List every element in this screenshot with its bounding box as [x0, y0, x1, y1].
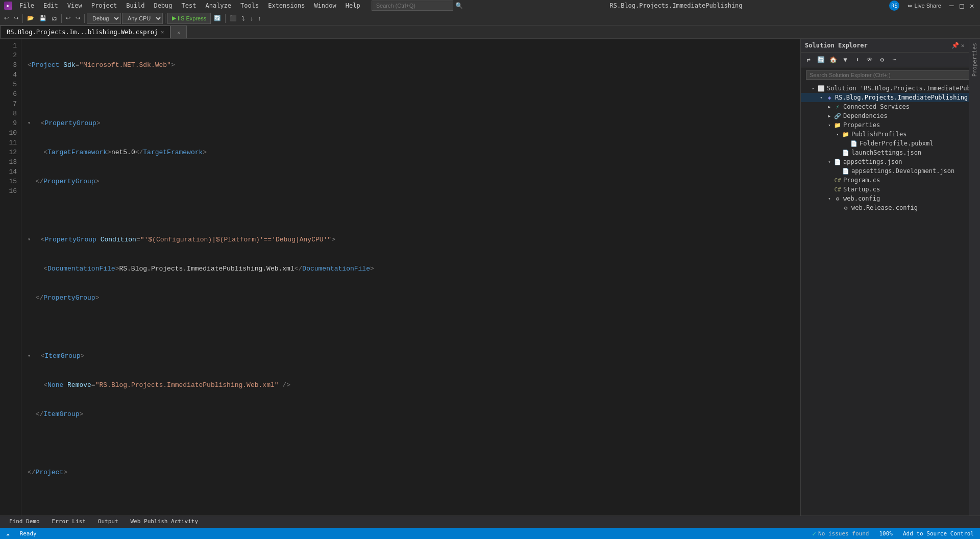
arrow-project[interactable]: ▾ — [817, 93, 825, 102]
arrow-appsettings[interactable]: ▾ — [825, 158, 834, 166]
tree-item-appsettings-dev[interactable]: ▶ 📄 appsettings.Development.json — [801, 166, 969, 176]
menu-build[interactable]: Build — [122, 1, 149, 10]
refresh-btn[interactable]: 🔄 — [212, 14, 223, 22]
search-input[interactable] — [372, 1, 453, 11]
toolbar-undo-btn[interactable]: ↩ — [64, 14, 72, 22]
maximize-button[interactable]: □ — [960, 3, 966, 9]
search-bar[interactable]: 🔍 — [372, 1, 463, 11]
run-button[interactable]: ▶ IIS Express — [167, 13, 211, 24]
fold-11[interactable]: ▾ — [28, 351, 31, 361]
tree-item-webconfig[interactable]: ▾ ⚙ web.config — [801, 194, 969, 203]
add-source-control[interactable]: Add to Source Control — [901, 530, 976, 537]
arrow-solution[interactable]: ▾ — [809, 84, 817, 92]
se-view-btn[interactable]: 👁 — [864, 54, 875, 65]
menu-help[interactable]: Help — [341, 1, 364, 10]
code-line-16 — [28, 497, 800, 506]
step-over-btn[interactable]: ⤵ — [240, 14, 247, 22]
toolbar-sep-1 — [22, 14, 23, 23]
se-search-input[interactable] — [806, 70, 970, 80]
bottom-tab-error-list[interactable]: Error List — [47, 517, 91, 527]
debug-mode-dropdown[interactable]: Debug — [87, 13, 121, 24]
fold-3[interactable]: ▾ — [28, 118, 31, 128]
run-label: IIS Express — [178, 15, 206, 21]
menu-file[interactable]: File — [15, 1, 38, 10]
menu-test[interactable]: Test — [178, 1, 201, 10]
side-tab-properties[interactable]: Properties — [970, 41, 979, 79]
tree-item-startup[interactable]: ▶ C# Startup.cs — [801, 185, 969, 194]
arrow-connected[interactable]: ▶ — [825, 103, 834, 111]
menu-analyze[interactable]: Analyze — [201, 1, 235, 10]
close-button[interactable]: ✕ — [970, 3, 976, 9]
main-content: 12345 678910 1112131415 16 <Project Sdk=… — [0, 39, 980, 516]
tree-item-launchsettings[interactable]: ▶ 📄 launchSettings.json — [801, 148, 969, 157]
tab-empty[interactable]: ✕ — [170, 26, 187, 38]
fold-7[interactable]: ▾ — [28, 235, 31, 244]
title-bar: ▶ File Edit View Project Build Debug Tes… — [0, 0, 980, 11]
code-line-6 — [28, 206, 800, 215]
tree-item-dependencies[interactable]: ▶ 🔗 Dependencies — [801, 111, 969, 120]
zoom-level[interactable]: 100% — [877, 530, 895, 537]
se-settings-icon[interactable]: ⚙ — [876, 54, 888, 65]
menu-edit[interactable]: Edit — [39, 1, 62, 10]
menu-tools[interactable]: Tools — [236, 1, 263, 10]
arrow-deps[interactable]: ▶ — [825, 112, 834, 120]
menu-project[interactable]: Project — [87, 1, 121, 10]
code-line-11: ▾ <ItemGroup> — [28, 351, 800, 361]
bottom-tab-web-publish[interactable]: Web Publish Activity — [126, 517, 203, 527]
bottom-tab-find-demo[interactable]: Find Demo — [4, 517, 45, 527]
title-bar-title: RS.Blog.Projects.ImmediatePublishing — [609, 2, 742, 9]
tree-item-solution[interactable]: ▾ ⬜ Solution 'RS.Blog.Projects.Immediate… — [801, 84, 969, 93]
menu-extensions[interactable]: Extensions — [264, 1, 309, 10]
tree-item-properties[interactable]: ▾ 📁 Properties — [801, 120, 969, 130]
se-toolbar: ⇄ 🔄 🏠 ▼ ⬆ 👁 ⚙ ⋯ — [801, 53, 969, 67]
live-share-button[interactable]: ⇔ Live Share — [903, 2, 945, 10]
user-avatar[interactable]: RS — [889, 1, 899, 11]
step-in-btn[interactable]: ↓ — [248, 14, 255, 22]
solution-explorer-title: Solution Explorer — [805, 42, 868, 49]
arrow-webconfig[interactable]: ▾ — [825, 194, 834, 203]
toolbar-save-btn[interactable]: 💾 — [37, 14, 48, 22]
se-close-icon[interactable]: ✕ — [961, 42, 965, 49]
toolbar-open-btn[interactable]: 📂 — [25, 14, 36, 22]
toolbar-redo-btn[interactable]: ↪ — [74, 14, 82, 22]
status-ready: Ready — [18, 530, 39, 537]
tab-close-csproj[interactable]: ✕ — [161, 29, 164, 35]
toolbar-back-btn[interactable]: ↩ — [2, 14, 11, 22]
toolbar-forward-btn[interactable]: ↪ — [12, 14, 20, 22]
arrow-publishprofiles[interactable]: ▾ — [834, 130, 842, 138]
step-out-btn[interactable]: ↑ — [256, 14, 263, 22]
tree-item-program[interactable]: ▶ C# Program.cs — [801, 176, 969, 185]
bottom-tab-output[interactable]: Output — [93, 517, 124, 527]
no-issues-status[interactable]: ✓ No issues found — [810, 530, 871, 537]
cpu-mode-dropdown[interactable]: Any CPU — [122, 13, 163, 24]
se-refresh-btn[interactable]: 🔄 — [815, 54, 826, 65]
tree-item-webrelease[interactable]: ▶ ⚙ web.Release.config — [801, 203, 969, 212]
tree-item-folderprofile[interactable]: ▶ 📄 FolderProfile.pubxml — [801, 139, 969, 148]
se-pin-icon[interactable]: 📌 — [951, 42, 959, 49]
se-home-btn[interactable]: 🏠 — [827, 54, 839, 65]
tab-close-empty[interactable]: ✕ — [177, 30, 180, 35]
tree-item-publishprofiles[interactable]: ▾ 📁 PublishProfiles — [801, 130, 969, 139]
tree-item-connected-services[interactable]: ▶ ⚡ Connected Services — [801, 102, 969, 111]
menu-window[interactable]: Window — [310, 1, 340, 10]
code-editor[interactable]: 12345 678910 1112131415 16 <Project Sdk=… — [0, 39, 800, 516]
minimize-button[interactable]: ─ — [949, 3, 955, 9]
se-sync-btn[interactable]: ⇄ — [803, 54, 814, 65]
appsettings-icon: 📄 — [834, 158, 842, 166]
se-collapse-btn[interactable]: ⬆ — [852, 54, 863, 65]
tree-item-project[interactable]: ▾ ◈ RS.Blog.Projects.ImmediatePublishing… — [801, 93, 969, 102]
arrow-properties[interactable]: ▾ — [825, 121, 834, 129]
tab-csproj[interactable]: RS.Blog.Projects.Im...blishing.Web.cspro… — [0, 26, 170, 38]
toolbar-saveall-btn[interactable]: 🗂 — [50, 14, 59, 22]
menu-view[interactable]: View — [63, 1, 86, 10]
folderprofile-icon: 📄 — [850, 139, 858, 148]
menu-debug[interactable]: Debug — [150, 1, 176, 10]
webrelease-label: web.Release.config — [851, 204, 918, 211]
se-more-btn[interactable]: ⋯ — [889, 54, 900, 65]
source-control-icon[interactable]: ☁ — [4, 530, 12, 537]
startup-label: Startup.cs — [843, 186, 880, 193]
tree-item-appsettings[interactable]: ▾ 📄 appsettings.json — [801, 157, 969, 166]
se-filter-btn[interactable]: ▼ — [840, 54, 851, 65]
solution-icon: ⬜ — [817, 84, 825, 92]
breakpoint-btn[interactable]: ⬛ — [228, 14, 239, 22]
